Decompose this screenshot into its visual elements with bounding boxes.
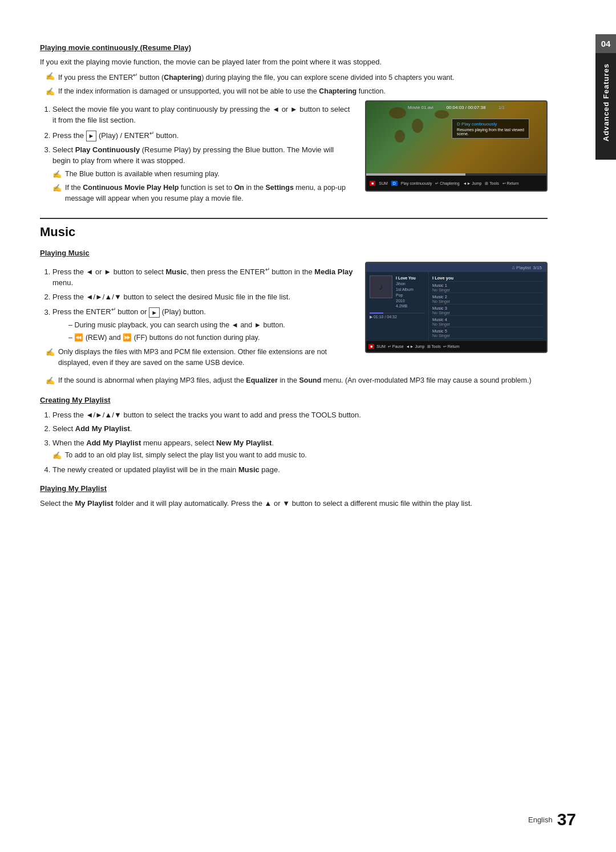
music-progress-time: ▶ 01:10 / 04:32 <box>370 313 425 319</box>
creating-playlist-section: Creating My Playlist Press the ◄/►/▲/▼ b… <box>40 395 548 476</box>
playing-music-text: Press the ◄ or ► button to select Music,… <box>40 262 354 371</box>
page-container: Playing movie continuously (Resume Play)… <box>0 0 616 852</box>
toolbar-d-btn: D <box>391 181 398 186</box>
footer-page-number: 37 <box>557 810 576 829</box>
resume-note2: ✍ If the index information is damaged or… <box>46 86 548 98</box>
overlay-line2: Resumes playing from the last viewed <box>457 128 524 132</box>
music-track-4: Music 4 No Singer <box>432 316 543 327</box>
decor-spot-4 <box>395 130 405 143</box>
music-album-area: ♪ I Love You Jihon 1st Album Pop 2010 4.… <box>370 275 425 309</box>
movie-timebar: Movie 01.avi 00:04:03 / 00:07:38 1/1 <box>366 104 546 110</box>
playing-music-heading: Playing Music <box>40 248 548 259</box>
resume-play-section: Playing movie continuously (Resume Play)… <box>40 42 548 208</box>
music-track-0: I Love you <box>432 274 543 282</box>
music-divider <box>40 218 548 219</box>
music-step-2: Press the ◄/►/▲/▼ button to select the d… <box>52 291 354 303</box>
music-section-title: Music <box>40 225 548 240</box>
resume-note1: ✍ If you press the ENTER↵ button (Chapte… <box>46 71 548 83</box>
create-step-4: The newly created or updated playlist wi… <box>52 464 548 476</box>
movie-progress-fill <box>366 173 465 176</box>
decor-spot-2 <box>412 119 423 133</box>
create-note: ✍ To add to an old play list, simply sel… <box>52 450 548 461</box>
music-track-info: I Love You Jihon 1st Album Pop 2010 4.2M… <box>396 275 416 309</box>
creating-playlist-heading: Creating My Playlist <box>40 395 548 406</box>
music-track-1: Music 1 No Singer <box>432 282 543 293</box>
movie-screenshot: Movie 01.avi 00:04:03 / 00:07:38 1/1 D P… <box>365 100 548 192</box>
create-step-2: Select Add My Playlist. <box>52 423 548 435</box>
movie-toolbar: ■ SUM D Play continuously ↵ Chaptering ◄… <box>366 176 546 192</box>
music-track-3: Music 3 No Singer <box>432 305 543 316</box>
music-dash-list: During music playback, you can search us… <box>52 320 354 343</box>
resume-steps-list: Select the movie file you want to play c… <box>40 104 354 204</box>
music-left-panel: ♪ I Love You Jihon 1st Album Pop 2010 4.… <box>366 272 429 341</box>
note-icon-1: ✍ <box>46 71 55 82</box>
resume-subnote1: ✍ The Blue button is available when resu… <box>52 169 354 180</box>
music-track-2: Music 2 No Singer <box>432 293 543 305</box>
music-track-5: Music 5 No Singer <box>432 327 543 339</box>
toolbar-sum-btn: ■ <box>370 181 375 186</box>
music-album-art: ♪ <box>370 275 392 298</box>
create-step-1: Press the ◄/►/▲/▼ button to select the t… <box>52 409 548 421</box>
music-screenshot: ♫ Playlist 3/15 ♪ I Love You Jihon <box>365 262 548 353</box>
resume-step-3: Select Play Continuously (Resume Play) b… <box>52 144 354 204</box>
footer-english-text: English <box>528 816 553 824</box>
music-step-1: Press the ◄ or ► button to select Music,… <box>52 265 354 289</box>
playing-playlist-heading: Playing My Playlist <box>40 483 548 494</box>
resume-subnote2: ✍ If the Continuous Movie Play Help func… <box>52 182 354 204</box>
music-dash-1: During music playback, you can search us… <box>68 320 354 331</box>
music-toolbar: ■ SUM ↵ Pause ◄► Jump ⊞ Tools ↩ Return <box>366 341 546 351</box>
side-tab-number: 04 <box>595 34 616 53</box>
movie-progress-bg <box>366 173 546 176</box>
movie-overlay-popup: D Play continuously Resumes playing from… <box>452 119 529 139</box>
playing-music-steps: Press the ◄ or ► button to select Music,… <box>40 265 354 343</box>
playing-music-section: Playing Music Press the ◄ or ► button to… <box>40 248 548 387</box>
music-progress-bar-bg <box>370 313 425 314</box>
main-content: Playing movie continuously (Resume Play)… <box>40 42 576 509</box>
footer: English 37 <box>528 810 576 829</box>
create-step-3: When the Add My Playlist menu appears, s… <box>52 437 548 461</box>
music-step-3: Press the ENTER↵ button or ► (Play) butt… <box>52 305 354 343</box>
resume-play-text: Select the movie file you want to play c… <box>40 100 354 208</box>
playing-playlist-text: Select the My Playlist folder and it wil… <box>40 498 548 509</box>
note-icon-2: ✍ <box>46 86 55 98</box>
overlay-line1: D Play continuously <box>457 121 524 127</box>
music-note2: ✍ If the sound is abnormal when playing … <box>46 375 548 387</box>
resume-play-heading: Playing movie continuously (Resume Play) <box>40 42 548 54</box>
resume-step-1: Select the movie file you want to play c… <box>52 104 354 126</box>
playing-playlist-section: Playing My Playlist Select the My Playli… <box>40 483 548 509</box>
movie-visual: Movie 01.avi 00:04:03 / 00:07:38 1/1 D P… <box>366 102 546 176</box>
music-screen-header: ♫ Playlist 3/15 <box>366 263 546 273</box>
music-right-panel: I Love you Music 1 No Singer Music 2 No … <box>429 272 546 341</box>
side-tab-label: Advanced Features <box>595 46 616 160</box>
resume-step-2: Press the ► (Play) / ENTER↵ button. <box>52 129 354 141</box>
music-progress-bar-fill <box>370 313 383 314</box>
resume-play-twocol: Select the movie file you want to play c… <box>40 100 548 208</box>
creating-playlist-steps: Press the ◄/►/▲/▼ button to select the t… <box>40 409 548 476</box>
overlay-line3: scene. <box>457 132 524 136</box>
decor-spot-3 <box>435 110 449 119</box>
music-note1: ✍ Only displays the files with MP3 and P… <box>46 347 354 368</box>
resume-play-intro: If you exit the playing movie function, … <box>40 56 548 68</box>
music-screen-body: ♪ I Love You Jihon 1st Album Pop 2010 4.… <box>366 272 546 341</box>
music-dash-2: ⏪ (REW) and ⏩ (FF) buttons do not functi… <box>68 332 354 343</box>
music-screen-box: ♫ Playlist 3/15 ♪ I Love You Jihon <box>365 262 548 353</box>
movie-screen-box: Movie 01.avi 00:04:03 / 00:07:38 1/1 D P… <box>365 100 548 192</box>
playing-music-twocol: Press the ◄ or ► button to select Music,… <box>40 262 548 371</box>
